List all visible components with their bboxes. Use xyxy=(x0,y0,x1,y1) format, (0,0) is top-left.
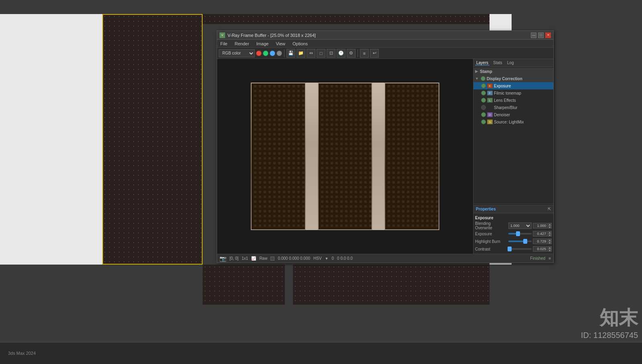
layer-item-sharpen[interactable]: Sharpen/Blur xyxy=(473,104,553,111)
red-dot[interactable] xyxy=(256,51,262,56)
blending-label: Blending Overwrite xyxy=(475,221,507,230)
menu-render[interactable]: Render xyxy=(233,41,251,46)
contrast-track[interactable] xyxy=(508,248,532,250)
highlight-thumb[interactable] xyxy=(523,239,527,244)
vray-frame-buffer-window: V V-Ray Frame Buffer - [25.0% of 3018 x … xyxy=(217,30,554,263)
sharpen-eye[interactable] xyxy=(481,105,486,110)
filmic-eye[interactable] xyxy=(481,91,486,95)
display-correction-eye[interactable] xyxy=(481,76,486,81)
panel-tabs: Layers Stats Log xyxy=(473,59,553,67)
highlight-down[interactable]: ▼ xyxy=(548,241,552,244)
contrast-up[interactable]: ▲ xyxy=(548,246,552,249)
tab-layers[interactable]: Layers xyxy=(475,61,490,65)
exposure-label: Exposure xyxy=(494,84,511,88)
properties-header: Properties ⇱ xyxy=(473,205,553,213)
history-button[interactable]: 🕐 xyxy=(337,49,345,58)
compare-button[interactable]: ⇔ xyxy=(307,49,315,58)
log-icon: ≡ xyxy=(549,256,551,261)
properties-body: Exposure Blending Overwrite 1.000 1.000 … xyxy=(473,213,553,254)
toolbar-separator-2 xyxy=(358,49,358,57)
exposure-value: 0.427 xyxy=(533,231,547,237)
green-dot[interactable] xyxy=(263,51,268,56)
cyan-dot[interactable] xyxy=(270,51,275,56)
contrast-down[interactable]: ▼ xyxy=(548,249,552,252)
top-strip xyxy=(203,14,494,24)
gray-dot[interactable] xyxy=(276,51,282,56)
channel-select[interactable]: RGB color xyxy=(219,49,255,57)
bottom-dot-left xyxy=(203,265,285,305)
denoiser-label: Denoiser xyxy=(494,113,510,117)
menu-image[interactable]: Image xyxy=(255,41,270,46)
tab-log[interactable]: Log xyxy=(506,61,515,65)
lens-label: Lens Effects xyxy=(494,98,516,103)
exposure-icon: E xyxy=(487,83,493,88)
denoiser-icon: D xyxy=(487,112,493,117)
denoiser-eye[interactable] xyxy=(481,112,486,117)
toolbar: RGB color 💾 📁 ⇔ □ ⊡ 🕐 ⚙ ≡ ↩ xyxy=(217,48,553,59)
undo-button[interactable]: ↩ xyxy=(370,49,379,58)
highlight-value: 0.729 xyxy=(533,239,547,244)
main-content: Layers Stats Log ▶ Stamp ▼ Display Corre… xyxy=(217,59,553,254)
layer-group-display-correction[interactable]: ▼ Display Correction xyxy=(473,75,553,82)
layer-item-filmic[interactable]: F Filmic tonemap xyxy=(473,89,553,97)
blending-up[interactable]: ▲ xyxy=(548,223,552,226)
tab-stats[interactable]: Stats xyxy=(492,61,504,65)
exposure-slider-label: Exposure xyxy=(475,232,507,236)
exposure-eye[interactable] xyxy=(481,83,486,88)
stamp-label: Stamp xyxy=(480,69,492,74)
prop-section-exposure: Exposure xyxy=(475,215,552,221)
exposure-up[interactable]: ▲ xyxy=(548,231,552,234)
raw-label: Raw xyxy=(259,256,267,261)
highlight-label: Highlight Burn xyxy=(475,239,507,244)
save-button[interactable]: 💾 xyxy=(286,49,295,58)
app-icon: V xyxy=(219,32,225,38)
blending-down[interactable]: ▼ xyxy=(548,226,552,229)
highlight-track[interactable] xyxy=(508,241,532,242)
layer-item-exposure[interactable]: E Exposure xyxy=(473,82,553,89)
settings-button[interactable]: ⚙ xyxy=(347,49,356,58)
render-panel-1 xyxy=(252,83,305,229)
status-finished: Finished xyxy=(530,256,545,261)
left-dot-panel xyxy=(102,14,203,265)
layer-item-lightmix[interactable]: S Source: LightMix xyxy=(473,118,553,125)
maximize-button[interactable]: □ xyxy=(538,32,544,38)
menu-options[interactable]: Options xyxy=(291,41,309,46)
lightmix-eye[interactable] xyxy=(481,119,486,124)
close-button[interactable]: ✕ xyxy=(545,32,551,38)
exposure-down[interactable]: ▼ xyxy=(548,234,552,237)
blending-select[interactable]: 1.000 xyxy=(508,222,532,229)
menu-file[interactable]: File xyxy=(219,41,229,46)
menu-view[interactable]: View xyxy=(274,41,287,46)
lens-eye[interactable] xyxy=(481,98,486,103)
exposure-thumb[interactable] xyxy=(516,231,520,236)
clone-button[interactable]: □ xyxy=(317,49,325,58)
hsv-expand[interactable]: ▼ xyxy=(325,257,329,261)
layer-item-denoiser[interactable]: D Denoiser xyxy=(473,111,553,118)
highlight-fill xyxy=(508,241,525,242)
rgb-values: 0.000 0.000 0.000 xyxy=(278,256,310,261)
render-inner xyxy=(251,83,439,230)
id-text: ID: 1128556745 xyxy=(581,331,638,340)
region-button[interactable]: ⊡ xyxy=(327,49,335,58)
highlight-spin: ▲ ▼ xyxy=(548,239,552,244)
layer-item-lens[interactable]: L Lens Effects xyxy=(473,97,553,104)
save-all-button[interactable]: 📁 xyxy=(297,49,305,58)
prop-row-exposure-slider: Exposure 0.427 ▲ ▼ xyxy=(475,231,552,237)
highlight-up[interactable]: ▲ xyxy=(548,239,552,241)
exposure-track[interactable] xyxy=(508,233,532,235)
minimize-button[interactable]: — xyxy=(531,32,536,38)
titlebar: V V-Ray Frame Buffer - [25.0% of 3018 x … xyxy=(217,31,553,40)
color-mode: HSV xyxy=(313,256,322,261)
watermark-bottom-right: 知末 ID: 1128556745 xyxy=(581,305,638,340)
lens-icon: L xyxy=(487,98,493,103)
render-viewport[interactable] xyxy=(217,59,473,254)
layer-group-stamp[interactable]: ▶ Stamp xyxy=(473,68,553,75)
layers-toggle[interactable]: ≡ xyxy=(360,49,369,58)
coords-display: [0, 0] xyxy=(230,256,238,261)
properties-expand-btn[interactable]: ⇱ xyxy=(548,207,551,211)
contrast-thumb[interactable] xyxy=(508,247,512,251)
titlebar-left: V V-Ray Frame Buffer - [25.0% of 3018 x … xyxy=(219,32,316,38)
contrast-spin: ▲ ▼ xyxy=(548,246,552,252)
bottom-dot-center xyxy=(293,265,490,305)
prop-row-highlight: Highlight Burn 0.729 ▲ ▼ xyxy=(475,238,552,245)
